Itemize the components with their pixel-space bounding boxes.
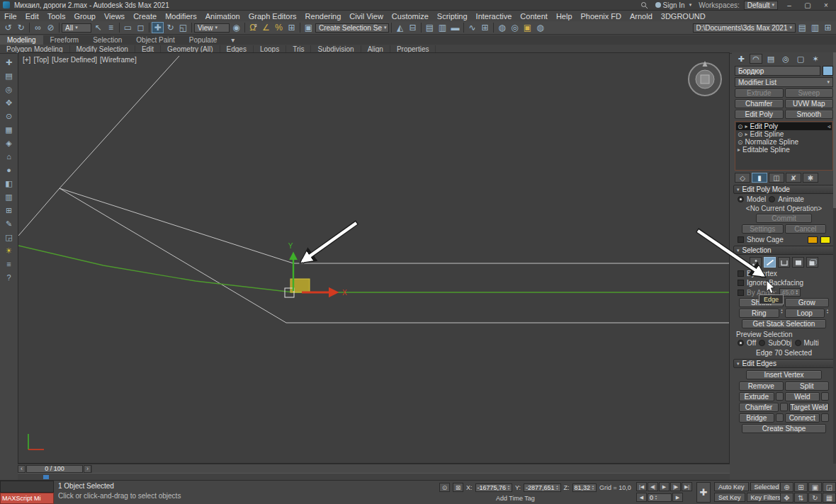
ribbon-panel-edit[interactable]: Edit	[135, 45, 161, 53]
chamfer-modifier-button[interactable]: Chamfer	[735, 99, 784, 108]
stack-item-edit-poly[interactable]: ⊙ ▸ Edit Poly ◃	[736, 122, 832, 130]
left-toolbar-icon[interactable]: ▥	[4, 192, 15, 202]
select-and-scale-icon[interactable]: ◱	[177, 22, 189, 33]
z-coord-field[interactable]: 81,32▲▼	[572, 483, 597, 492]
select-by-name-icon[interactable]: ≡	[105, 22, 117, 33]
zoom-extents-icon[interactable]: ▣	[808, 482, 822, 492]
track-bar[interactable]	[18, 473, 730, 480]
viewport-top[interactable]: [+] [Top] [User Defined] [Wireframe] Y X	[18, 52, 730, 464]
window-crossing-icon[interactable]: ◻	[135, 22, 147, 33]
extrude-modifier-button[interactable]: Extrude	[735, 88, 784, 98]
time-slider-handle[interactable]: 0 / 100	[26, 465, 83, 473]
create-tab-icon[interactable]: ✚	[735, 54, 747, 64]
weld-button[interactable]: Weld	[785, 392, 820, 401]
layer-explorer-icon[interactable]: ▥	[436, 22, 448, 33]
motion-tab-icon[interactable]: ◎	[779, 54, 792, 64]
maximize-viewport-icon[interactable]: ▦	[823, 493, 836, 503]
ribbon-toggle-icon[interactable]: ▬	[449, 22, 461, 33]
ribbon-panel-loops[interactable]: Loops	[254, 45, 286, 53]
unlink-selection-icon[interactable]: ⊘	[45, 22, 57, 33]
menu-item[interactable]: Edit	[21, 12, 43, 21]
scene-explorer-icon[interactable]: ▤	[424, 22, 436, 33]
new-scene-explorer-icon[interactable]: ▥	[809, 22, 821, 33]
left-toolbar-icon[interactable]: ✚	[4, 57, 15, 67]
go-to-end-icon[interactable]: ▶|	[682, 482, 692, 491]
cage-color-swatch[interactable]	[808, 236, 818, 244]
bridge-button[interactable]: Bridge	[739, 413, 774, 423]
configure-modifier-sets-icon[interactable]: ✱	[803, 173, 818, 183]
redo-icon[interactable]: ↻	[15, 22, 27, 33]
render-setup-icon[interactable]: ◎	[509, 22, 521, 33]
left-toolbar-icon[interactable]: ⊙	[4, 111, 15, 121]
ribbon-panel-modify-selection[interactable]: Modify Selection	[70, 45, 135, 53]
ring-button[interactable]: Ring	[739, 309, 779, 318]
zoom-icon[interactable]: ⊕	[780, 482, 793, 492]
left-toolbar-icon[interactable]: ▤	[4, 71, 15, 81]
ribbon-panel-edges[interactable]: Edges	[220, 45, 254, 53]
track-bar-key[interactable]	[43, 475, 49, 479]
macro-recorder-pane[interactable]	[0, 481, 54, 493]
ribbon-panel-geometry-all[interactable]: Geometry (All)	[161, 45, 220, 53]
menu-item[interactable]: Content	[516, 12, 552, 21]
sweep-modifier-button[interactable]: Sweep	[785, 88, 834, 98]
target-weld-button[interactable]: Target Weld	[789, 403, 829, 412]
light-toggle-icon[interactable]: ☀	[4, 246, 15, 256]
viewcube[interactable]	[689, 61, 721, 96]
viewport-menu-shading[interactable]: [Wireframe]	[100, 56, 137, 64]
display-tab-icon[interactable]: ▢	[794, 54, 807, 64]
selected-spline[interactable]	[18, 246, 730, 292]
left-toolbar-icon[interactable]: ▦	[4, 125, 15, 134]
walk-through-icon[interactable]: ⇅	[794, 493, 808, 503]
left-toolbar-icon[interactable]: ⊞	[4, 205, 15, 215]
menu-item[interactable]: Animation	[201, 12, 244, 21]
maxscript-listener-pane[interactable]: MAXScript Mi	[0, 493, 54, 504]
stack-item-normalize-spline[interactable]: ⊙ Normalize Spline	[736, 138, 832, 146]
stack-visibility-icon[interactable]: ⊙	[738, 131, 743, 138]
list-icon[interactable]: ≡	[4, 259, 15, 269]
command-panel-scrollbar[interactable]	[833, 52, 836, 464]
split-button[interactable]: Split	[785, 382, 830, 391]
menu-item[interactable]: Rendering	[301, 12, 346, 21]
undo-icon[interactable]: ↺	[2, 22, 14, 33]
ribbon-panel-tris[interactable]: Tris	[286, 45, 311, 53]
make-unique-icon[interactable]: ◫	[769, 173, 784, 183]
left-toolbar-icon[interactable]: ✥	[4, 98, 15, 108]
commit-button[interactable]: Commit	[756, 214, 812, 223]
menu-item[interactable]: Scripting	[433, 12, 472, 21]
extrude-settings-button[interactable]	[776, 392, 784, 401]
select-and-link-icon[interactable]: ∞	[32, 22, 44, 33]
chamfer-button[interactable]: Chamfer	[739, 403, 779, 412]
align-icon[interactable]: ⊟	[407, 22, 419, 33]
object-color-swatch[interactable]	[823, 66, 833, 76]
y-coord-field[interactable]: -2877,651▲▼	[524, 483, 561, 492]
x-coord-field[interactable]: -16775,76▲▼	[475, 483, 513, 492]
close-button[interactable]: ×	[819, 1, 833, 10]
border-subobject-icon[interactable]	[778, 257, 790, 268]
remove-button[interactable]: Remove	[739, 382, 784, 391]
ignore-backfacing-checkbox[interactable]	[738, 280, 744, 286]
model-radio[interactable]	[738, 196, 744, 202]
ring-spinner[interactable]: ▲▼	[781, 309, 784, 318]
render-production-icon[interactable]: ◍	[534, 22, 546, 33]
schematic-view-icon[interactable]: ⊞	[479, 22, 491, 33]
select-and-move-icon[interactable]: ✚	[152, 22, 164, 33]
grow-button[interactable]: Grow	[785, 298, 830, 307]
menu-item[interactable]: Interactive	[472, 12, 516, 21]
selection-rollout-header[interactable]: ▾Selection	[733, 246, 835, 255]
ribbon-tab-freeform[interactable]: Freeform	[43, 35, 86, 45]
smooth-modifier-button[interactable]: Smooth	[785, 110, 834, 119]
weld-settings-button[interactable]	[821, 392, 829, 401]
create-shape-button[interactable]: Create Shape	[742, 424, 826, 433]
time-prev-icon[interactable]: ‹	[18, 465, 26, 473]
modifier-list-dropdown[interactable]: Modifier List▾	[735, 77, 833, 87]
bridge-settings-button[interactable]	[776, 413, 784, 422]
menu-item[interactable]: Modifiers	[161, 12, 201, 21]
stack-visibility-icon[interactable]: ⊙	[738, 123, 743, 130]
connect-settings-button[interactable]	[821, 413, 829, 422]
curve-editor-icon[interactable]: ∿	[466, 22, 478, 33]
menu-item[interactable]: Help	[552, 12, 577, 21]
ribbon-tab-object-paint[interactable]: Object Paint	[129, 35, 181, 45]
uvw-map-modifier-button[interactable]: UVW Map	[785, 99, 834, 108]
left-toolbar-icon[interactable]: ●	[4, 165, 15, 175]
pan-icon[interactable]: ✥	[780, 493, 793, 503]
